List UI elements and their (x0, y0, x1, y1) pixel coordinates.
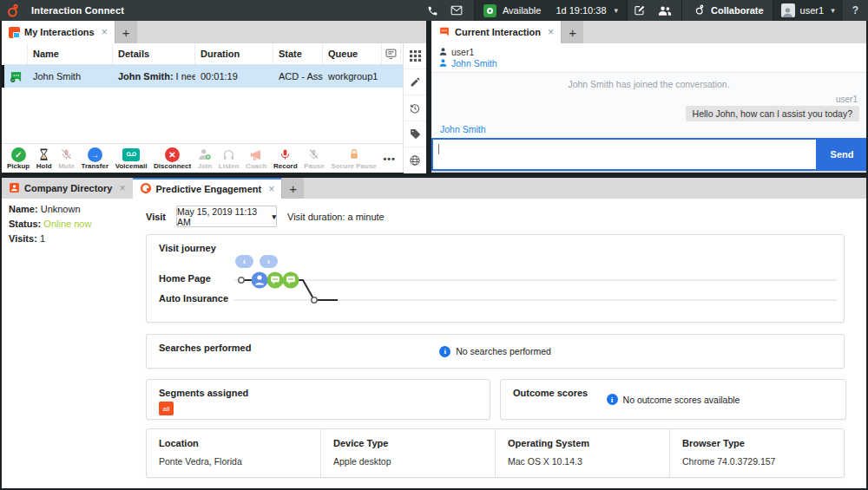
status-selector[interactable]: Available 1d 19:10:38 ▾ (474, 0, 628, 21)
table-header: Name Details Duration State Queue (2, 43, 403, 65)
listen-button[interactable]: Listen (219, 147, 240, 170)
visit-duration: Visit duration: a minute (287, 212, 385, 222)
col-state[interactable]: State (273, 43, 323, 64)
grid-view-icon[interactable] (404, 43, 426, 69)
row-name: John Smith (28, 71, 113, 82)
current-interaction-icon (438, 26, 450, 39)
people-icon[interactable] (652, 0, 678, 21)
visit-date-dropdown[interactable]: May 15, 2019 11:13 AM ▾ (176, 206, 277, 227)
collaborate-label: Collaborate (711, 5, 764, 16)
right-tab-bar: Current Interaction × + (431, 21, 866, 43)
user-menu[interactable]: user1 ▾ (773, 0, 843, 21)
participants-list: user1 John Smith (431, 43, 866, 72)
pause-button[interactable]: Pause (304, 147, 325, 170)
globe-icon[interactable] (404, 147, 426, 173)
tab-label: Current Interaction (455, 27, 541, 37)
megaphone-icon (249, 147, 263, 162)
tab-predictive-engagement[interactable]: Predictive Engagement × (133, 178, 282, 199)
online-status: Online now (43, 219, 91, 229)
chat-message-input[interactable] (431, 138, 818, 171)
participant-customer[interactable]: John Smith (438, 57, 859, 69)
add-tab-button[interactable]: + (561, 21, 583, 43)
visitor-info: Name: Unknown Status: Online now Visits:… (9, 204, 91, 248)
detail-device-type: Device Type Apple desktop (320, 429, 495, 477)
close-icon[interactable]: × (548, 26, 554, 38)
journey-node-chat (267, 272, 284, 289)
bottom-tab-bar: Company Directory × Predictive Engagemen… (2, 178, 866, 199)
tab-current-interaction[interactable]: Current Interaction × (431, 21, 561, 43)
phone-icon[interactable] (421, 0, 444, 21)
chat-interaction-icon (4, 70, 28, 83)
chat-transcript: John Smith has joined the conversation. … (431, 72, 866, 138)
call-controls-toolbar: ✓ Pickup Hold Mute → Trans (2, 143, 403, 173)
participant-agent[interactable]: user1 (438, 46, 859, 57)
predictive-engagement-icon (140, 182, 152, 196)
coach-button[interactable]: Coach (246, 147, 266, 170)
close-icon[interactable]: × (268, 183, 274, 195)
col-queue[interactable]: Queue (323, 43, 382, 64)
segment-badge[interactable]: all (159, 402, 174, 415)
col-duration[interactable]: Duration (195, 43, 273, 64)
join-icon (198, 147, 212, 162)
genesys-logo-icon (6, 3, 21, 18)
tab-label: Predictive Engagement (156, 184, 262, 194)
tag-icon[interactable] (404, 121, 426, 147)
secure-pause-button[interactable]: Secure Pause (331, 147, 376, 170)
tab-label: Company Directory (24, 183, 112, 193)
more-options-button[interactable]: ••• (383, 154, 396, 164)
avatar (781, 3, 795, 17)
transfer-button[interactable]: → Transfer (81, 147, 108, 170)
predictive-engagement-content: Name: Unknown Status: Online now Visits:… (2, 199, 866, 488)
voicemail-button[interactable]: Voicemail (115, 147, 148, 170)
close-icon[interactable]: × (102, 26, 108, 38)
journey-timeline[interactable] (233, 271, 837, 311)
mute-button[interactable]: Mute (58, 147, 75, 170)
searches-empty-state: i No searches performed (147, 335, 844, 368)
company-directory-icon (9, 182, 20, 195)
tab-company-directory[interactable]: Company Directory × (2, 178, 133, 199)
hold-button[interactable]: Hold (36, 147, 52, 170)
card-title: Segments assigned (159, 388, 248, 398)
notes-panel-icon[interactable] (382, 43, 401, 64)
record-button[interactable]: Record (273, 147, 298, 170)
status-label: Available (503, 5, 541, 16)
pause-mic-icon (307, 147, 320, 162)
mail-icon[interactable] (444, 0, 469, 21)
compose-icon[interactable] (628, 0, 652, 21)
detail-operating-system: Operating System Mac OS X 10.14.3 (495, 429, 669, 477)
edit-pencil-icon[interactable] (404, 69, 426, 95)
predictive-engagement-panel: Company Directory × Predictive Engagemen… (2, 178, 866, 488)
add-tab-button[interactable]: + (281, 178, 304, 199)
add-tab-button[interactable]: + (115, 21, 137, 43)
disconnect-icon: ✕ (165, 147, 180, 162)
chevron-down-icon: ▾ (615, 6, 619, 15)
collaborate-icon (694, 3, 706, 17)
user-name: user1 (800, 5, 825, 16)
col-name[interactable]: Name (28, 43, 113, 64)
history-icon[interactable] (404, 95, 426, 121)
segments-assigned-card: Segments assigned all (146, 379, 490, 420)
help-button[interactable]: ? (843, 4, 868, 16)
divider (681, 0, 682, 21)
searches-performed-card: Searches performed i No searches perform… (146, 334, 845, 369)
join-button[interactable]: Join (198, 147, 212, 170)
pickup-button[interactable]: ✓ Pickup (7, 147, 30, 170)
collaborate-button[interactable]: Collaborate (686, 0, 773, 21)
record-mic-icon (279, 147, 292, 162)
left-tab-bar: My Interactions × + (2, 21, 426, 43)
visit-selector-row: Visit May 15, 2019 11:13 AM ▾ Visit dura… (146, 206, 385, 227)
chat-input-row: Send (431, 138, 866, 171)
send-button[interactable]: Send (818, 138, 866, 171)
journey-prev-button[interactable]: ‹ (235, 255, 253, 268)
mute-mic-icon (60, 147, 73, 162)
journey-page-label: Home Page (159, 273, 211, 284)
col-details[interactable]: Details (113, 43, 195, 64)
table-row[interactable]: John Smith John Smith: I need so... 00:0… (2, 65, 403, 88)
visitor-visits: Visits: 1 (9, 233, 91, 244)
tab-my-interactions[interactable]: My Interactions × (2, 21, 115, 43)
app-window: Interaction Connect Available 1d 19:10:3… (0, 0, 868, 490)
disconnect-button[interactable]: ✕ Disconnect (154, 147, 191, 170)
journey-next-button[interactable]: › (260, 255, 278, 268)
close-icon[interactable]: × (119, 182, 125, 194)
detail-browser-type: Browser Type Chrome 74.0.3729.157 (669, 429, 844, 477)
